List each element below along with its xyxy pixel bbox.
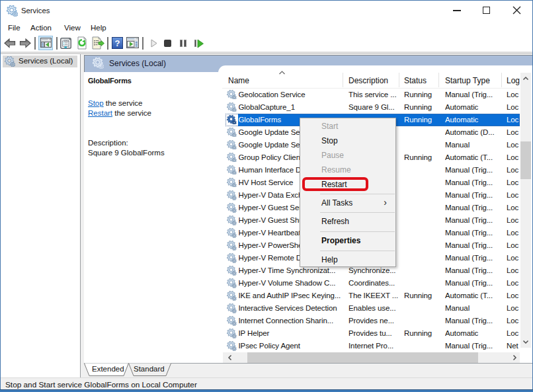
svg-text:?: ?	[115, 38, 120, 48]
